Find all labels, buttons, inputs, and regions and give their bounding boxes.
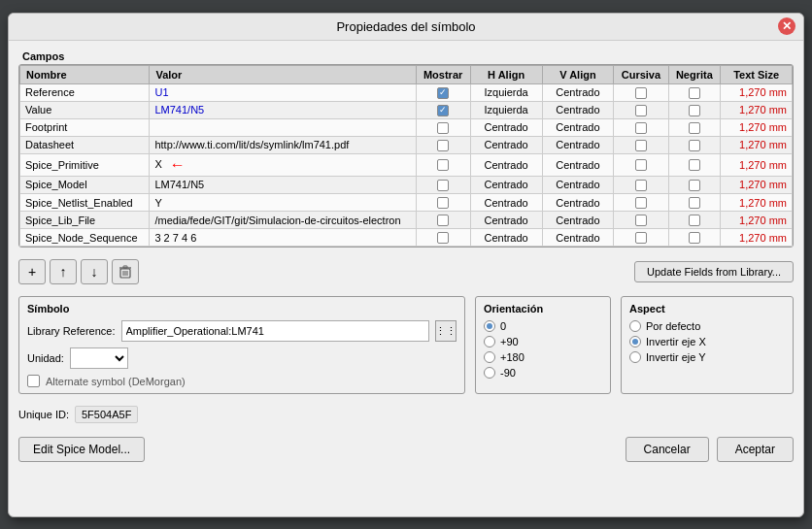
cell-cursiva[interactable] (614, 153, 668, 176)
table-row[interactable]: Spice_ModelLM741/N5CentradoCentrado1,270… (20, 176, 793, 193)
cell-mostrar[interactable] (416, 193, 470, 211)
cell-cursiva[interactable] (614, 229, 668, 247)
negrita-checkbox[interactable] (689, 159, 700, 171)
radio-90[interactable]: +90 (484, 336, 602, 347)
mostrar-checkbox[interactable] (437, 87, 449, 99)
cell-mostrar[interactable] (416, 176, 470, 193)
cell-mostrar[interactable] (416, 118, 470, 136)
mostrar-checkbox[interactable] (437, 122, 449, 134)
cell-mostrar[interactable] (416, 83, 470, 101)
table-body: ReferenceU1IzquierdaCentrado1,270 mmValu… (20, 83, 793, 247)
aspect-invert-x[interactable]: Invertir eje X (629, 336, 785, 347)
accept-button[interactable]: Aceptar (717, 437, 794, 462)
cell-negrita[interactable] (668, 118, 721, 136)
move-down-button[interactable]: ↓ (81, 259, 108, 284)
cell-cursiva[interactable] (614, 101, 668, 118)
cell-cursiva[interactable] (614, 136, 668, 153)
negrita-checkbox[interactable] (689, 232, 700, 244)
cell-cursiva[interactable] (614, 118, 668, 136)
table-row[interactable]: FootprintCentradoCentrado1,270 mm (20, 118, 793, 136)
move-up-button[interactable]: ↑ (50, 259, 77, 284)
cell-negrita[interactable] (668, 83, 721, 101)
cursiva-checkbox[interactable] (635, 232, 647, 244)
negrita-checkbox[interactable] (689, 180, 700, 191)
table-row[interactable]: Spice_Node_Sequence3 2 7 4 6CentradoCent… (20, 229, 793, 247)
cursiva-checkbox[interactable] (635, 122, 647, 134)
negrita-checkbox[interactable] (689, 122, 700, 134)
radio-neg90[interactable]: -90 (484, 367, 602, 379)
campos-table-container: Nombre Valor Mostrar H Align V Align Cur… (18, 64, 794, 248)
close-button[interactable]: ✕ (778, 17, 795, 35)
cancel-button[interactable]: Cancelar (626, 437, 709, 462)
unique-id-value: 5F504A5F (75, 406, 138, 423)
cell-v-align: Centrado (542, 229, 614, 247)
cell-negrita[interactable] (668, 101, 721, 118)
cell-nombre: Spice_Node_Sequence (20, 229, 150, 247)
negrita-checkbox[interactable] (689, 197, 700, 209)
add-row-button[interactable]: + (18, 259, 46, 284)
negrita-checkbox[interactable] (689, 215, 700, 226)
cell-mostrar[interactable] (416, 229, 470, 247)
cell-negrita[interactable] (668, 176, 721, 193)
delete-row-button[interactable] (112, 259, 139, 284)
cell-negrita[interactable] (668, 153, 721, 176)
cursiva-checkbox[interactable] (635, 180, 647, 191)
dialog: Propiedades del símbolo ✕ Campos Nombre … (8, 13, 804, 517)
table-row[interactable]: Spice_PrimitiveX←CentradoCentrado1,270 m… (20, 153, 793, 176)
lib-browse-button[interactable]: ⋮⋮ (435, 320, 457, 342)
radio-180[interactable]: +180 (484, 351, 602, 363)
cell-text-size: 1,270 mm (721, 176, 793, 193)
negrita-checkbox[interactable] (689, 87, 700, 99)
cell-cursiva[interactable] (614, 176, 668, 193)
cell-cursiva[interactable] (614, 83, 668, 101)
demorgan-checkbox[interactable] (27, 375, 40, 387)
cursiva-checkbox[interactable] (635, 215, 647, 226)
cursiva-checkbox[interactable] (635, 197, 647, 209)
edit-spice-button[interactable]: Edit Spice Model... (18, 437, 145, 462)
cell-negrita[interactable] (668, 136, 721, 153)
unit-select[interactable] (70, 347, 128, 369)
cell-h-align: Centrado (470, 212, 542, 229)
cell-h-align: Centrado (470, 176, 542, 193)
cell-h-align: Izquierda (470, 101, 542, 118)
table-row[interactable]: Spice_Netlist_EnabledYCentradoCentrado1,… (20, 193, 793, 211)
mostrar-checkbox[interactable] (437, 140, 449, 151)
cell-mostrar[interactable] (416, 136, 470, 153)
negrita-checkbox[interactable] (689, 140, 700, 151)
cursiva-checkbox[interactable] (635, 140, 647, 151)
cell-cursiva[interactable] (614, 193, 668, 211)
cell-mostrar[interactable] (416, 212, 470, 229)
cell-negrita[interactable] (668, 193, 721, 211)
mostrar-checkbox[interactable] (437, 215, 449, 226)
mostrar-checkbox[interactable] (437, 159, 449, 171)
mostrar-checkbox[interactable] (437, 232, 449, 244)
campos-table: Nombre Valor Mostrar H Align V Align Cur… (19, 65, 793, 248)
cell-nombre: Spice_Model (20, 176, 150, 193)
cursiva-checkbox[interactable] (635, 105, 647, 116)
aspect-default[interactable]: Por defecto (629, 320, 785, 332)
mostrar-checkbox[interactable] (437, 105, 449, 116)
lib-ref-input[interactable] (121, 320, 430, 342)
mostrar-checkbox[interactable] (437, 180, 449, 191)
negrita-checkbox[interactable] (689, 105, 700, 116)
update-fields-button[interactable]: Update Fields from Library... (634, 261, 794, 282)
lib-ref-label: Library Reference: (27, 325, 116, 337)
cell-cursiva[interactable] (614, 212, 668, 229)
unit-row: Unidad: (27, 347, 457, 369)
cell-negrita[interactable] (668, 212, 721, 229)
table-row[interactable]: ValueLM741/N5IzquierdaCentrado1,270 mm (20, 101, 793, 118)
dialog-body: Campos Nombre Valor Mostrar H Align V Al… (9, 41, 803, 516)
radio-180-circle (484, 351, 495, 363)
table-row[interactable]: ReferenceU1IzquierdaCentrado1,270 mm (20, 83, 793, 101)
cursiva-checkbox[interactable] (635, 159, 647, 171)
cell-mostrar[interactable] (416, 101, 470, 118)
table-row[interactable]: Datasheethttp://www.ti.com/lit/ds/symlin… (20, 136, 793, 153)
aspect-invert-y[interactable]: Invertir eje Y (629, 351, 785, 363)
cursiva-checkbox[interactable] (635, 87, 647, 99)
cell-text-size: 1,270 mm (721, 83, 793, 101)
mostrar-checkbox[interactable] (437, 197, 449, 209)
cell-negrita[interactable] (668, 229, 721, 247)
radio-0[interactable]: 0 (484, 320, 602, 332)
table-row[interactable]: Spice_Lib_File/media/fede/GIT/git/Simula… (20, 212, 793, 229)
cell-mostrar[interactable] (416, 153, 470, 176)
